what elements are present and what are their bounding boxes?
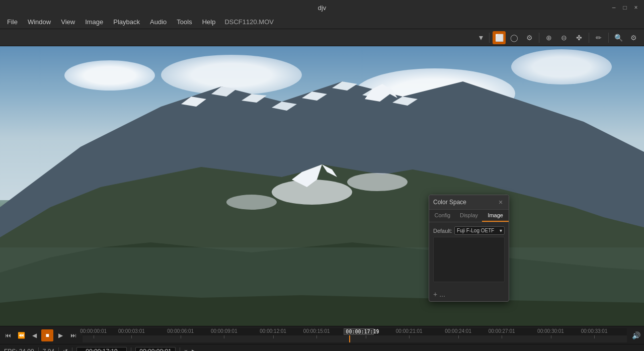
default-select-value: Fuji F-Log OETF xyxy=(457,228,494,233)
sep-3 xyxy=(72,347,72,352)
settings-button[interactable]: ⚙ xyxy=(627,31,640,44)
app-title: djv xyxy=(318,4,327,12)
frame-input[interactable] xyxy=(135,347,176,352)
playback-controls: ⏮ ⏪ ◀ ■ ▶ ⏭ 00:00:00:01 00:00:03:01 00:0… xyxy=(0,326,644,344)
fps-label: FPS: 24.00 xyxy=(4,348,34,352)
menu-playback[interactable]: Playback xyxy=(108,17,145,27)
timeline-scrubber[interactable] xyxy=(83,335,627,342)
open-filename: DSCF1120.MOV xyxy=(224,18,274,26)
prev-frame-button[interactable]: ⏪ xyxy=(15,329,27,341)
fit-button[interactable]: ✤ xyxy=(573,31,586,44)
timeline-container: 00:00:00:01 00:00:03:01 00:00:06:01 00:0… xyxy=(83,328,627,342)
volume-icon: 🔊 xyxy=(630,329,642,341)
back-button[interactable]: ◀ xyxy=(28,329,40,341)
toolbar-sep-4 xyxy=(608,33,609,43)
menu-help[interactable]: Help xyxy=(197,17,221,27)
video-frame xyxy=(0,46,644,326)
tc-label-6: 00:00:15:01 xyxy=(303,328,330,334)
menu-tools[interactable]: Tools xyxy=(172,17,197,27)
vol-play-button[interactable]: ▶ xyxy=(192,348,196,352)
toolbar-sep-1 xyxy=(489,33,490,43)
tick-9 xyxy=(458,335,459,338)
dialog-tab-image[interactable]: Image xyxy=(482,210,509,222)
menu-view[interactable]: View xyxy=(56,17,80,27)
zoom-out-button[interactable]: ⊖ xyxy=(557,31,571,44)
circle-tool-button[interactable]: ◯ xyxy=(508,31,521,44)
tc-label-4: 00:00:09:01 xyxy=(211,328,237,334)
menu-window[interactable]: Window xyxy=(23,17,56,27)
pen-button[interactable]: ✏ xyxy=(592,31,605,44)
search-button[interactable]: 🔍 xyxy=(612,31,625,44)
frame-tool-button[interactable]: ⬜ xyxy=(493,31,506,44)
window-controls: – □ × xyxy=(610,4,640,12)
titlebar: djv – □ × xyxy=(0,0,644,15)
dialog-footer: + ... xyxy=(429,288,509,301)
menu-audio[interactable]: Audio xyxy=(145,17,172,27)
dialog-close-button[interactable]: × xyxy=(497,198,505,206)
dialog-tabs: Config Display Image xyxy=(429,210,509,222)
toolbar: ▾ ⬜ ◯ ⚙ ⊕ ⊖ ✤ ✏ 🔍 ⚙ xyxy=(0,29,644,46)
tick-8 xyxy=(409,335,410,338)
statusbar: FPS: 24.00 7.94 ↺ × ▶ xyxy=(0,344,644,351)
menubar: File Window View Image Playback Audio To… xyxy=(0,15,644,29)
go-to-end-button[interactable]: ⏭ xyxy=(67,329,79,341)
dialog-tab-display[interactable]: Display xyxy=(456,210,482,222)
loop-icon[interactable]: ↺ xyxy=(63,348,68,352)
stop-button[interactable]: ■ xyxy=(41,329,53,341)
dialog-title: Color Space xyxy=(433,199,466,206)
tick-2 xyxy=(131,335,132,338)
default-label: Default: xyxy=(433,228,452,234)
current-timecode-label: 00:00:17:19 xyxy=(344,328,374,335)
tick-12 xyxy=(594,335,595,338)
fps-realtime: 7.94 xyxy=(43,348,54,352)
sep-4 xyxy=(131,347,131,352)
default-select[interactable]: Fuji F-Log OETF ▾ xyxy=(454,226,505,235)
menu-file[interactable]: File xyxy=(2,17,23,27)
color-space-list xyxy=(433,237,505,282)
tc-label-2: 00:00:03:01 xyxy=(118,328,145,334)
timecode-input[interactable] xyxy=(76,347,127,352)
mute-x-icon: × xyxy=(184,348,188,352)
svg-point-15 xyxy=(226,195,277,210)
svg-point-14 xyxy=(347,173,408,191)
tick-4 xyxy=(224,335,224,338)
video-area: Color Space × Config Display Image Defau… xyxy=(0,46,644,326)
maximize-button[interactable]: □ xyxy=(621,4,629,12)
dialog-content: Default: Fuji F-Log OETF ▾ xyxy=(429,222,509,288)
tick-11 xyxy=(551,335,551,338)
tc-label-9: 00:00:24:01 xyxy=(445,328,471,334)
default-select-chevron: ▾ xyxy=(500,228,502,233)
default-row: Default: Fuji F-Log OETF ▾ xyxy=(433,226,505,235)
more-options-button[interactable]: ... xyxy=(439,290,445,298)
toolbar-dropdown[interactable]: ▾ xyxy=(476,31,486,44)
tc-label-10: 00:00:27:01 xyxy=(489,328,515,334)
tc-label-1: 00:00:00:01 xyxy=(80,328,107,334)
vol-play-icon: ▶ xyxy=(192,348,196,352)
toolbar-sep-3 xyxy=(589,33,589,43)
add-entry-button[interactable]: + xyxy=(433,290,437,298)
mute-button[interactable]: × xyxy=(184,348,188,352)
tc-label-5: 00:00:12:01 xyxy=(260,328,286,334)
go-to-start-button[interactable]: ⏮ xyxy=(2,329,14,341)
tc-label-12: 00:00:33:01 xyxy=(581,328,608,334)
color-space-dialog: Color Space × Config Display Image Defau… xyxy=(429,195,509,302)
play-button[interactable]: ▶ xyxy=(54,329,66,341)
playhead xyxy=(349,335,350,342)
zoom-in-button[interactable]: ⊕ xyxy=(542,31,555,44)
close-button[interactable]: × xyxy=(632,4,640,12)
timecode-labels-row: 00:00:00:01 00:00:03:01 00:00:06:01 00:0… xyxy=(83,328,627,335)
sep-1 xyxy=(38,347,39,352)
fps-realtime-value: 7.94 xyxy=(43,348,54,352)
tick-3 xyxy=(181,335,181,338)
tc-label-3: 00:00:06:01 xyxy=(167,328,194,334)
dialog-tab-config[interactable]: Config xyxy=(429,210,456,222)
minimize-button[interactable]: – xyxy=(610,4,618,12)
tc-label-8: 00:00:21:01 xyxy=(396,328,423,334)
tick-5 xyxy=(273,335,274,338)
menu-image[interactable]: Image xyxy=(80,17,108,27)
tc-label-11: 00:00:30:01 xyxy=(537,328,564,334)
colorspace-button[interactable]: ⚙ xyxy=(523,31,536,44)
tick-1 xyxy=(94,335,94,338)
fps-display-value: 24.00 xyxy=(19,348,34,352)
fps-label-text: FPS: xyxy=(4,348,18,352)
